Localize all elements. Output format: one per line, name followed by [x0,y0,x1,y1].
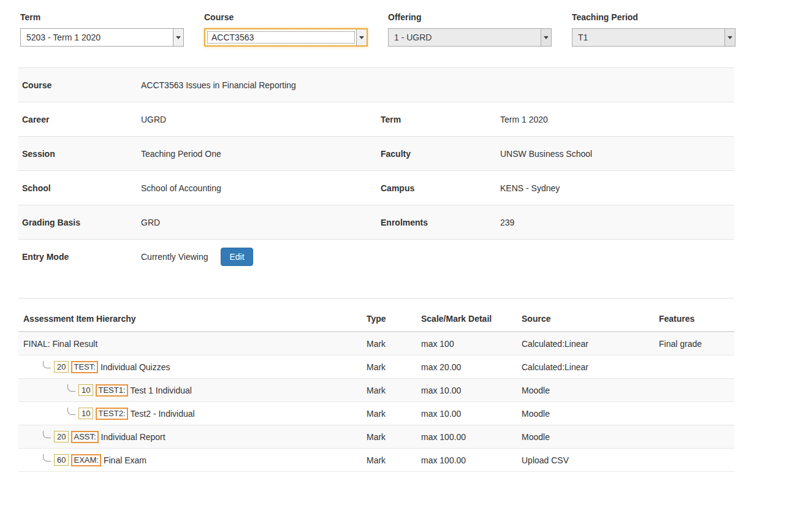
assessment-source-cell: Moodle [517,379,654,401]
assessment-table-body: FINAL: Final Result Mark max 100 Calcula… [18,332,734,472]
assessment-item-cell: 10 TEST2: Test2 - Individual [18,402,362,425]
entry-mode-value: Currently Viewing [141,252,208,262]
item-code-badge: TEST1: [96,384,127,397]
offering-select[interactable]: 1 - UGRD [388,28,552,47]
detail-value: Teaching Period One [141,149,381,159]
assessment-item-name: Individual Quizzes [101,362,170,372]
assessment-item-name: Test2 - Individual [131,409,195,419]
detail-label: Term [381,115,500,124]
item-code-badge: ASST: [71,431,98,443]
assessment-row: 20 ASST: Individual Report Mark max 100.… [18,425,734,449]
assessment-item-name: Final Exam [104,455,146,465]
tree-elbow-icon [67,384,75,392]
item-code-badge: EXAM: [71,454,101,466]
dropdown-caret-icon [173,29,183,46]
offering-label: Offering [388,12,572,22]
assessment-item-name: FINAL: Final Result [23,339,97,349]
assessment-type-cell: Mark [362,402,416,425]
course-details-rows: Course ACCT3563 Issues in Financial Repo… [18,67,734,239]
assessment-table: Assessment Item Hierarchy Type Scale/Mar… [18,298,734,472]
assessment-type-cell: Mark [362,355,416,378]
term-select[interactable]: 5203 - Term 1 2020 [20,28,184,47]
detail-value: UNSW Business School [500,149,734,159]
detail-row: Career UGRD Term Term 1 2020 [18,102,734,136]
detail-row: School School of Accounting Campus KENS … [18,170,734,205]
assessment-row: 10 TEST1: Test 1 Individual Mark max 10.… [18,379,734,402]
assessment-item-cell: 10 TEST1: Test 1 Individual [18,379,362,401]
assessment-item-cell: 20 ASST: Individual Report [18,425,362,448]
page: Term 5203 - Term 1 2020 Course ACCT3563 … [18,0,734,472]
assessment-item-cell: 60 EXAM: Final Exam [18,449,362,471]
detail-value: 239 [500,218,734,227]
detail-row: Course ACCT3563 Issues in Financial Repo… [18,67,734,102]
teaching-period-select-value: T1 [574,31,723,44]
tree-elbow-icon [43,361,51,368]
detail-label: Enrolments [381,218,500,227]
assessment-features-cell [654,379,734,401]
filter-term: Term 5203 - Term 1 2020 [20,12,204,47]
assessment-source-cell: Upload CSV [517,449,654,471]
assessment-source-cell: Moodle [517,425,654,448]
item-code-badge: TEST: [71,361,97,373]
filter-teaching-period: Teaching Period T1 [572,12,736,47]
assessment-scale-cell: max 10.00 [416,402,517,425]
assessment-scale-cell: max 20.00 [416,355,517,378]
assessment-features-cell: Final grade [654,332,734,355]
assessment-row: FINAL: Final Result Mark max 100 Calcula… [18,332,734,355]
detail-value: School of Accounting [141,183,381,193]
detail-value: Term 1 2020 [500,115,734,124]
assessment-source-cell: Moodle [517,402,654,425]
detail-label: Course [22,80,141,90]
header-source: Source [517,298,654,331]
term-select-value: 5203 - Term 1 2020 [23,31,171,44]
assessment-type-cell: Mark [362,379,416,401]
detail-value: ACCT3563 Issues in Financial Reporting [141,80,381,90]
dropdown-caret-icon [541,29,551,46]
assessment-row: 20 TEST: Individual Quizzes Mark max 20.… [18,355,734,379]
edit-button[interactable]: Edit [221,248,253,266]
header-features: Features [654,298,734,331]
weight-badge: 10 [78,408,93,419]
assessment-row: 10 TEST2: Test2 - Individual Mark max 10… [18,402,734,425]
filter-bar: Term 5203 - Term 1 2020 Course ACCT3563 … [18,12,734,47]
detail-row: Session Teaching Period One Faculty UNSW… [18,136,734,170]
course-label: Course [204,12,388,22]
assessment-features-cell [654,355,734,378]
teaching-period-label: Teaching Period [572,12,736,22]
entry-mode-value-cell: Currently Viewing Edit [141,248,381,266]
assessment-type-cell: Mark [362,425,416,448]
detail-label: School [22,183,141,193]
header-type: Type [362,298,416,331]
dropdown-caret-icon [724,29,735,46]
assessment-source-cell: Calculated:Linear [517,355,654,378]
course-details-table: Course ACCT3563 Issues in Financial Repo… [18,67,734,273]
detail-value: UGRD [141,115,381,124]
assessment-item-cell: FINAL: Final Result [18,332,362,355]
weight-badge: 10 [78,384,93,396]
detail-value: KENS - Sydney [500,183,734,193]
entry-mode-row: Entry Mode Currently Viewing Edit [18,239,734,273]
weight-badge: 20 [54,361,69,373]
detail-label: Campus [381,183,500,193]
assessment-features-cell [654,449,734,471]
assessment-scale-cell: max 10.00 [416,379,517,401]
assessment-table-header: Assessment Item Hierarchy Type Scale/Mar… [18,298,734,332]
course-select-value: ACCT3563 [207,31,355,44]
course-select[interactable]: ACCT3563 [204,28,368,47]
assessment-row: 60 EXAM: Final Exam Mark max 100.00 Uplo… [18,449,734,472]
header-scale: Scale/Mark Detail [416,298,517,331]
teaching-period-select[interactable]: T1 [572,28,736,47]
assessment-features-cell [654,425,734,448]
tree-elbow-icon [67,408,75,415]
weight-badge: 20 [54,431,69,443]
assessment-item-name: Test 1 Individual [131,386,192,395]
term-label: Term [20,12,204,22]
offering-select-value: 1 - UGRD [390,31,539,44]
item-code-badge: TEST2: [96,408,127,420]
assessment-type-cell: Mark [362,449,416,471]
assessment-features-cell [654,402,734,425]
tree-elbow-icon [43,431,51,438]
dropdown-caret-icon [356,29,367,45]
detail-label: Grading Basis [22,218,141,227]
entry-mode-label: Entry Mode [22,252,141,262]
